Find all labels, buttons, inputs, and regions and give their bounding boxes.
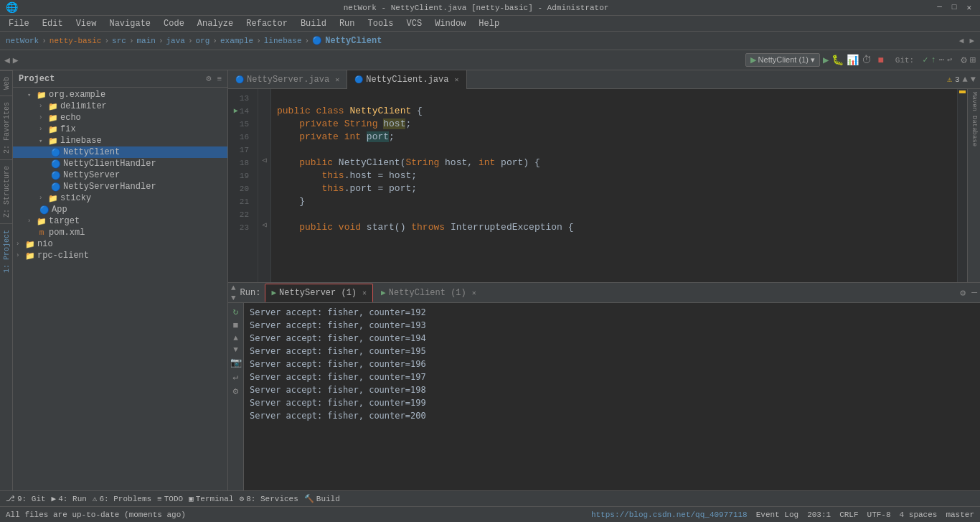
nav-example[interactable]: example bbox=[220, 37, 253, 45]
tab-nettyserver[interactable]: 🔵 NettyServer.java ✕ bbox=[228, 70, 347, 89]
back-icon[interactable]: ◀ bbox=[4, 55, 10, 66]
menu-navigate[interactable]: Navigate bbox=[103, 17, 156, 30]
nav-java[interactable]: java bbox=[166, 37, 185, 45]
git-push-icon[interactable]: ↑ bbox=[930, 55, 936, 65]
tree-item-delimiter[interactable]: › 📁 delimiter bbox=[13, 101, 227, 112]
menu-file[interactable]: File bbox=[3, 17, 35, 30]
debug-icon[interactable]: 🐛 bbox=[831, 54, 844, 66]
nav-linebase[interactable]: linebase bbox=[264, 37, 302, 45]
tree-item-org-example[interactable]: ▾ 📁 org.example bbox=[13, 89, 227, 101]
git-revert-icon[interactable]: ↩ bbox=[947, 55, 952, 65]
structure-panel-btn[interactable]: Z: Structure bbox=[0, 159, 13, 223]
git-toolbar-btn[interactable]: ⎇ 9: Git bbox=[6, 494, 46, 503]
output-line-194: Server accept: fisher, counter=194 bbox=[250, 332, 974, 345]
database-btn[interactable]: Database bbox=[971, 116, 978, 146]
camera-icon[interactable]: 📷 bbox=[230, 357, 242, 368]
git-check-icon[interactable]: ✓ bbox=[923, 55, 928, 65]
menu-build[interactable]: Build bbox=[295, 17, 332, 30]
scroll-down-icon[interactable]: ▼ bbox=[971, 75, 976, 85]
nav-main[interactable]: main bbox=[136, 37, 155, 45]
stop-icon[interactable]: ■ bbox=[877, 55, 883, 66]
menu-help[interactable]: Help bbox=[473, 17, 505, 30]
minimize-button[interactable]: ─ bbox=[934, 3, 945, 12]
settings-icon[interactable]: ⚙ bbox=[961, 54, 966, 66]
nav-network[interactable]: netWork bbox=[6, 37, 39, 45]
tree-label-org-example: org.example bbox=[49, 90, 105, 100]
nav-netty-basic[interactable]: netty-basic bbox=[50, 37, 102, 45]
tree-item-pom[interactable]: m pom.xml bbox=[13, 227, 227, 238]
menu-code[interactable]: Code bbox=[158, 17, 190, 30]
layout-icon[interactable]: ⊞ bbox=[970, 54, 976, 66]
nav-nettyclient[interactable]: NettyClient bbox=[325, 36, 382, 46]
tree-item-linebase[interactable]: ▾ 📁 linebase bbox=[13, 135, 227, 146]
scroll-down-run-icon[interactable]: ▼ bbox=[231, 294, 236, 302]
profile-icon[interactable]: ⏱ bbox=[862, 55, 872, 66]
run-toolbar-btn[interactable]: ▶ 4: Run bbox=[52, 494, 87, 503]
tree-item-nettyserverhandler[interactable]: 🔵 NettyServerHandler bbox=[13, 181, 227, 192]
bottom-panel: ▲ ▼ Run: ▶ NettyServer (1) ✕ ▶ NettyClie… bbox=[228, 282, 980, 490]
run-settings-icon[interactable]: ⚙ bbox=[960, 287, 966, 299]
run-tab-label-nettyclient: NettyClient (1) bbox=[389, 288, 466, 298]
maximize-button[interactable]: □ bbox=[949, 3, 960, 12]
tree-item-target[interactable]: › 📁 target bbox=[13, 215, 227, 227]
run-config-button[interactable]: ▶ NettyClient (1) ▾ bbox=[745, 53, 820, 67]
settings2-icon[interactable]: ⚙ bbox=[233, 386, 239, 397]
menu-edit[interactable]: Edit bbox=[37, 17, 69, 30]
git-more-icon[interactable]: ⋯ bbox=[939, 55, 944, 65]
maven-btn[interactable]: Maven bbox=[971, 92, 978, 111]
tab-close-nettyclient[interactable]: ✕ bbox=[454, 75, 458, 84]
close-button[interactable]: ✕ bbox=[963, 3, 974, 12]
run-scroll-up2[interactable]: ▲ bbox=[233, 334, 238, 342]
run-tab-close-nettyclient[interactable]: ✕ bbox=[472, 289, 476, 297]
todo-toolbar-btn[interactable]: ≡ TODO bbox=[157, 495, 183, 503]
run-scroll-down2[interactable]: ▼ bbox=[233, 345, 238, 354]
menu-run[interactable]: Run bbox=[334, 17, 361, 30]
problems-toolbar-btn[interactable]: ⚠ 6: Problems bbox=[93, 494, 151, 503]
nav-org[interactable]: org bbox=[196, 37, 210, 45]
tree-item-nettyclienthandler[interactable]: 🔵 NettyClientHandler bbox=[13, 158, 227, 169]
coverage-icon[interactable]: 📊 bbox=[847, 54, 859, 66]
tree-item-nettyclient[interactable]: 🔵 NettyClient bbox=[13, 146, 227, 158]
menu-vcs[interactable]: VCS bbox=[401, 17, 428, 30]
menu-tools[interactable]: Tools bbox=[362, 17, 400, 30]
menu-refactor[interactable]: Refactor bbox=[240, 17, 293, 30]
run-button[interactable]: ▶ bbox=[823, 54, 829, 66]
run-tab-close-nettyserver[interactable]: ✕ bbox=[362, 289, 367, 297]
tree-item-app[interactable]: 🔵 App bbox=[13, 204, 227, 215]
wrap-icon[interactable]: ↵ bbox=[233, 371, 239, 383]
web-panel-btn[interactable]: Web bbox=[0, 70, 13, 95]
tab-nettyclient[interactable]: 🔵 NettyClient.java ✕ bbox=[347, 70, 466, 89]
tree-item-sticky[interactable]: › 📁 sticky bbox=[13, 192, 227, 204]
build-toolbar-btn[interactable]: 🔨 Build bbox=[304, 494, 340, 503]
code-content[interactable]: public class NettyClient { private Strin… bbox=[271, 89, 957, 282]
run-stop-icon[interactable]: ■ bbox=[233, 320, 239, 331]
tree-item-echo[interactable]: › 📁 echo bbox=[13, 112, 227, 123]
nav-src[interactable]: src bbox=[112, 37, 126, 45]
run-restart-icon[interactable]: ↻ bbox=[233, 306, 239, 317]
tree-item-nettyserver[interactable]: 🔵 NettyServer bbox=[13, 169, 227, 181]
run-minimize-icon[interactable]: — bbox=[971, 287, 977, 298]
menu-view[interactable]: View bbox=[70, 17, 103, 30]
scroll-up-run-icon[interactable]: ▲ bbox=[231, 284, 236, 292]
services-toolbar-btn[interactable]: ⚙ 8: Services bbox=[240, 494, 298, 503]
folder-icon-echo: 📁 bbox=[47, 113, 59, 123]
sidebar-options-icon[interactable]: ⚙ bbox=[206, 73, 211, 84]
output-line-198: Server accept: fisher, counter=198 bbox=[250, 383, 974, 396]
statusbar-url[interactable]: https://blog.csdn.net/qq_40977118 bbox=[591, 511, 748, 519]
tree-item-fix[interactable]: › 📁 fix bbox=[13, 123, 227, 135]
sidebar-collapse-icon[interactable]: ≡ bbox=[217, 75, 222, 83]
tree-item-rpc-client[interactable]: › 📁 rpc-client bbox=[13, 250, 227, 261]
menu-window[interactable]: Window bbox=[429, 17, 471, 30]
run-tab-nettyclient[interactable]: ▶ NettyClient (1) ✕ bbox=[374, 284, 483, 302]
favorites-panel-btn[interactable]: 2: Favorites bbox=[0, 95, 13, 159]
statusbar-event[interactable]: Event Log bbox=[756, 511, 798, 519]
menu-analyze[interactable]: Analyze bbox=[192, 17, 239, 30]
run-tab-nettyserver[interactable]: ▶ NettyServer (1) ✕ bbox=[265, 284, 373, 302]
marker-23: ◁ bbox=[258, 218, 270, 231]
forward-icon[interactable]: ▶ bbox=[13, 55, 19, 66]
project-panel-btn[interactable]: 1: Project bbox=[0, 223, 13, 279]
terminal-toolbar-btn[interactable]: ▣ Terminal bbox=[189, 494, 233, 503]
tab-close-nettyserver[interactable]: ✕ bbox=[335, 75, 339, 84]
scroll-up-icon[interactable]: ▲ bbox=[963, 75, 968, 85]
tree-item-nio[interactable]: › 📁 nio bbox=[13, 238, 227, 250]
